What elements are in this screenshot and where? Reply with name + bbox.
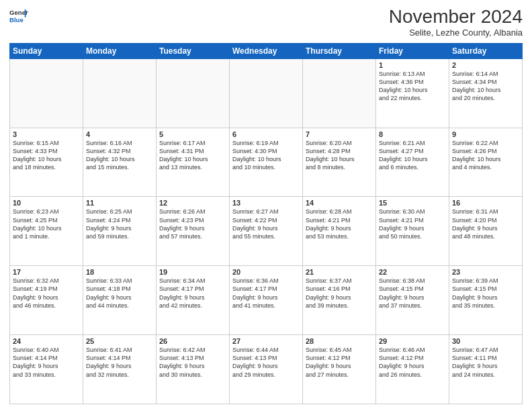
day-number: 10 [13, 199, 80, 207]
day-info: Sunrise: 6:42 AMSunset: 4:13 PMDaylight:… [159, 346, 226, 379]
day-info: Sunrise: 6:25 AMSunset: 4:24 PMDaylight:… [86, 208, 153, 240]
calendar-day-cell: 18Sunrise: 6:33 AMSunset: 4:18 PMDayligh… [83, 266, 157, 335]
weekday-header: Thursday [303, 43, 376, 58]
day-number: 17 [13, 268, 80, 276]
calendar-day-cell: 17Sunrise: 6:32 AMSunset: 4:19 PMDayligh… [10, 266, 83, 335]
calendar-day-cell: 11Sunrise: 6:25 AMSunset: 4:24 PMDayligh… [83, 197, 157, 266]
calendar-day-cell [230, 58, 303, 128]
page: General Blue November 2024 Selite, Lezhe… [0, 0, 532, 411]
day-info: Sunrise: 6:30 AMSunset: 4:21 PMDaylight:… [379, 208, 446, 240]
calendar-day-cell: 4Sunrise: 6:16 AMSunset: 4:32 PMDaylight… [83, 128, 157, 197]
day-info: Sunrise: 6:31 AMSunset: 4:20 PMDaylight:… [452, 208, 519, 240]
day-info: Sunrise: 6:16 AMSunset: 4:32 PMDaylight:… [86, 139, 153, 172]
calendar-day-cell: 29Sunrise: 6:46 AMSunset: 4:12 PMDayligh… [376, 335, 449, 404]
header: General Blue November 2024 Selite, Lezhe… [9, 7, 523, 38]
calendar-day-cell: 5Sunrise: 6:17 AMSunset: 4:31 PMDaylight… [157, 128, 230, 197]
day-number: 29 [379, 337, 446, 345]
day-info: Sunrise: 6:28 AMSunset: 4:21 PMDaylight:… [306, 208, 373, 240]
day-number: 20 [232, 268, 300, 276]
calendar-day-cell: 1Sunrise: 6:13 AMSunset: 4:36 PMDaylight… [376, 58, 449, 128]
calendar-day-cell: 3Sunrise: 6:15 AMSunset: 4:33 PMDaylight… [10, 128, 83, 197]
calendar-day-cell [303, 58, 376, 128]
weekday-header: Tuesday [157, 43, 230, 58]
day-number: 9 [452, 130, 519, 138]
calendar-week-row: 10Sunrise: 6:23 AMSunset: 4:25 PMDayligh… [10, 197, 523, 266]
day-number: 22 [379, 268, 446, 276]
day-number: 1 [379, 61, 446, 69]
day-info: Sunrise: 6:22 AMSunset: 4:26 PMDaylight:… [452, 139, 519, 172]
calendar-week-row: 3Sunrise: 6:15 AMSunset: 4:33 PMDaylight… [10, 128, 523, 197]
calendar-day-cell [157, 58, 230, 128]
weekday-header: Monday [83, 43, 157, 58]
calendar-week-row: 17Sunrise: 6:32 AMSunset: 4:19 PMDayligh… [10, 266, 523, 335]
day-info: Sunrise: 6:21 AMSunset: 4:27 PMDaylight:… [379, 139, 446, 172]
calendar-table: SundayMondayTuesdayWednesdayThursdayFrid… [9, 43, 523, 404]
day-number: 26 [159, 337, 226, 345]
calendar-day-cell: 30Sunrise: 6:47 AMSunset: 4:11 PMDayligh… [449, 335, 523, 404]
calendar-day-cell: 27Sunrise: 6:44 AMSunset: 4:13 PMDayligh… [230, 335, 303, 404]
calendar-day-cell: 28Sunrise: 6:45 AMSunset: 4:12 PMDayligh… [303, 335, 376, 404]
calendar-day-cell: 9Sunrise: 6:22 AMSunset: 4:26 PMDaylight… [449, 128, 523, 197]
day-number: 4 [86, 130, 153, 138]
day-number: 18 [86, 268, 153, 276]
day-info: Sunrise: 6:33 AMSunset: 4:18 PMDaylight:… [86, 277, 153, 310]
calendar-day-cell: 13Sunrise: 6:27 AMSunset: 4:22 PMDayligh… [230, 197, 303, 266]
day-number: 28 [306, 337, 373, 345]
logo: General Blue [9, 7, 28, 26]
day-number: 14 [306, 199, 373, 207]
day-number: 3 [13, 130, 80, 138]
day-info: Sunrise: 6:41 AMSunset: 4:14 PMDaylight:… [86, 346, 153, 379]
calendar-week-row: 24Sunrise: 6:40 AMSunset: 4:14 PMDayligh… [10, 335, 523, 404]
calendar-day-cell: 8Sunrise: 6:21 AMSunset: 4:27 PMDaylight… [376, 128, 449, 197]
calendar-header-row: SundayMondayTuesdayWednesdayThursdayFrid… [10, 43, 523, 58]
day-number: 25 [86, 337, 153, 345]
logo-icon: General Blue [9, 7, 28, 26]
calendar-day-cell: 16Sunrise: 6:31 AMSunset: 4:20 PMDayligh… [449, 197, 523, 266]
calendar-day-cell: 24Sunrise: 6:40 AMSunset: 4:14 PMDayligh… [10, 335, 83, 404]
day-number: 23 [452, 268, 519, 276]
day-info: Sunrise: 6:38 AMSunset: 4:15 PMDaylight:… [379, 277, 446, 310]
day-info: Sunrise: 6:32 AMSunset: 4:19 PMDaylight:… [13, 277, 80, 310]
day-number: 12 [159, 199, 226, 207]
weekday-header: Wednesday [230, 43, 303, 58]
day-number: 21 [306, 268, 373, 276]
day-number: 30 [452, 337, 519, 345]
day-info: Sunrise: 6:23 AMSunset: 4:25 PMDaylight:… [13, 208, 80, 240]
calendar-day-cell: 25Sunrise: 6:41 AMSunset: 4:14 PMDayligh… [83, 335, 157, 404]
day-info: Sunrise: 6:45 AMSunset: 4:12 PMDaylight:… [306, 346, 373, 379]
day-number: 8 [379, 130, 446, 138]
day-number: 11 [86, 199, 153, 207]
day-info: Sunrise: 6:27 AMSunset: 4:22 PMDaylight:… [232, 208, 300, 240]
calendar-day-cell [10, 58, 83, 128]
day-info: Sunrise: 6:14 AMSunset: 4:34 PMDaylight:… [452, 70, 519, 103]
day-number: 13 [232, 199, 300, 207]
day-number: 5 [159, 130, 226, 138]
day-info: Sunrise: 6:47 AMSunset: 4:11 PMDaylight:… [452, 346, 519, 379]
calendar-day-cell: 22Sunrise: 6:38 AMSunset: 4:15 PMDayligh… [376, 266, 449, 335]
day-info: Sunrise: 6:37 AMSunset: 4:16 PMDaylight:… [306, 277, 373, 310]
calendar-day-cell [83, 58, 157, 128]
day-info: Sunrise: 6:26 AMSunset: 4:23 PMDaylight:… [159, 208, 226, 240]
day-number: 7 [306, 130, 373, 138]
day-number: 2 [452, 61, 519, 69]
day-info: Sunrise: 6:13 AMSunset: 4:36 PMDaylight:… [379, 70, 446, 103]
day-info: Sunrise: 6:40 AMSunset: 4:14 PMDaylight:… [13, 346, 80, 379]
day-info: Sunrise: 6:36 AMSunset: 4:17 PMDaylight:… [232, 277, 300, 310]
day-info: Sunrise: 6:20 AMSunset: 4:28 PMDaylight:… [306, 139, 373, 172]
month-title: November 2024 [389, 7, 523, 28]
calendar-day-cell: 12Sunrise: 6:26 AMSunset: 4:23 PMDayligh… [157, 197, 230, 266]
day-info: Sunrise: 6:46 AMSunset: 4:12 PMDaylight:… [379, 346, 446, 379]
calendar-week-row: 1Sunrise: 6:13 AMSunset: 4:36 PMDaylight… [10, 58, 523, 128]
calendar-day-cell: 19Sunrise: 6:34 AMSunset: 4:17 PMDayligh… [157, 266, 230, 335]
day-info: Sunrise: 6:39 AMSunset: 4:15 PMDaylight:… [452, 277, 519, 310]
calendar-day-cell: 26Sunrise: 6:42 AMSunset: 4:13 PMDayligh… [157, 335, 230, 404]
day-number: 6 [232, 130, 300, 138]
day-number: 19 [159, 268, 226, 276]
day-info: Sunrise: 6:19 AMSunset: 4:30 PMDaylight:… [232, 139, 300, 172]
day-info: Sunrise: 6:17 AMSunset: 4:31 PMDaylight:… [159, 139, 226, 172]
calendar-day-cell: 23Sunrise: 6:39 AMSunset: 4:15 PMDayligh… [449, 266, 523, 335]
weekday-header: Friday [376, 43, 449, 58]
day-number: 24 [13, 337, 80, 345]
subtitle: Selite, Lezhe County, Albania [389, 28, 523, 38]
calendar-day-cell: 7Sunrise: 6:20 AMSunset: 4:28 PMDaylight… [303, 128, 376, 197]
